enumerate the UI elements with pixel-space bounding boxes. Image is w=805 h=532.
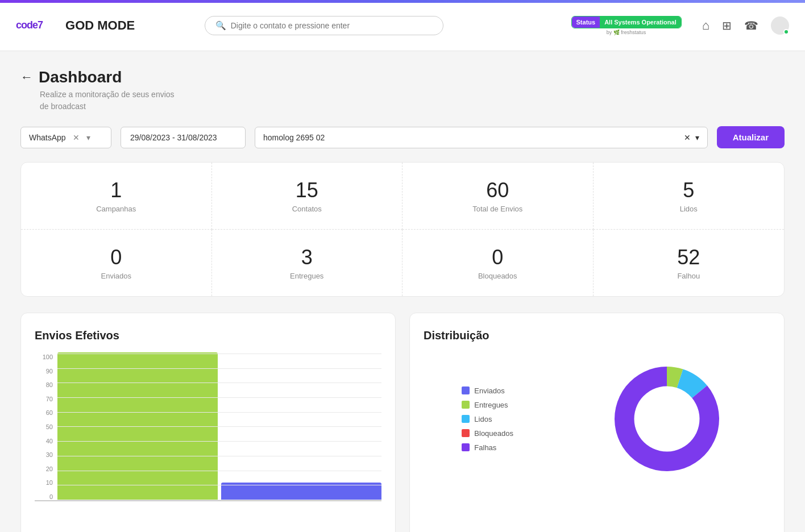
stat-value: 0 bbox=[414, 246, 582, 269]
status-label: Status bbox=[572, 16, 600, 28]
godmode-title: GOD MODE bbox=[65, 18, 135, 33]
donut-legend-dot bbox=[462, 443, 470, 451]
freshstatus-label: by 🌿 freshstatus bbox=[607, 30, 646, 35]
search-icon: 🔍 bbox=[215, 20, 226, 31]
stat-cell-bloqueados: 0Bloqueados bbox=[402, 230, 594, 296]
y-axis: 1009080706050403020100 bbox=[35, 354, 56, 500]
topbar: code7 GOD MODE 🔍 Status All Systems Oper… bbox=[0, 0, 805, 51]
donut-legend-label: Enviados bbox=[474, 386, 504, 395]
donut-legend-label: Falhas bbox=[474, 443, 496, 452]
donut-chart-title: Distribuição bbox=[424, 329, 770, 342]
search-bar[interactable]: 🔍 bbox=[205, 16, 443, 35]
y-axis-label: 70 bbox=[46, 396, 53, 402]
donut-center bbox=[635, 388, 698, 450]
stat-cell-total-de-envios: 60Total de Envios bbox=[402, 163, 594, 230]
layout-icon[interactable]: ⊞ bbox=[722, 19, 732, 32]
y-axis-label: 50 bbox=[46, 423, 53, 430]
donut-area: EnviadosEntreguesLidosBloqueadosFalhas bbox=[424, 354, 770, 484]
stat-label: Lidos bbox=[605, 205, 773, 213]
donut-legend-label: Bloqueados bbox=[474, 429, 513, 438]
channel-clear-button[interactable]: ✕ bbox=[73, 133, 80, 142]
stat-label: Enviados bbox=[32, 272, 200, 280]
avatar[interactable] bbox=[771, 16, 789, 35]
topbar-accent bbox=[0, 0, 805, 3]
y-axis-label: 10 bbox=[46, 479, 53, 486]
stat-label: Campanhas bbox=[32, 205, 200, 213]
stat-cell-contatos: 15Contatos bbox=[212, 163, 403, 230]
stat-value: 60 bbox=[414, 178, 582, 202]
y-axis-label: 30 bbox=[46, 451, 53, 458]
charts-row: Envios Efetivos 1009080706050403020100 %… bbox=[20, 313, 785, 532]
phone-icon[interactable]: ☎ bbox=[744, 19, 758, 32]
donut-legend-dot bbox=[462, 415, 470, 423]
stat-value: 5 bbox=[605, 178, 773, 202]
page-subtitle: Realize a monitoração de seus envios de … bbox=[40, 89, 785, 113]
y-axis-label: 60 bbox=[46, 409, 53, 416]
stat-label: Bloqueados bbox=[414, 272, 582, 280]
donut-legend: EnviadosEntreguesLidosBloqueadosFalhas bbox=[462, 386, 513, 452]
home-icon[interactable]: ⌂ bbox=[702, 18, 709, 33]
y-axis-label: 0 bbox=[49, 493, 53, 500]
back-button[interactable]: ← bbox=[20, 70, 33, 85]
donut-svg bbox=[601, 354, 732, 484]
donut-legend-dot bbox=[462, 429, 470, 437]
bar-chart-container: 1009080706050403020100 bbox=[35, 354, 381, 524]
stat-value: 15 bbox=[223, 178, 391, 202]
stat-label: Total de Envios bbox=[414, 205, 582, 213]
stat-cell-lidos: 5Lidos bbox=[594, 163, 785, 230]
stats-card: 1Campanhas15Contatos60Total de Envios5Li… bbox=[20, 162, 785, 297]
channel-filter-label: WhatsApp bbox=[29, 133, 66, 142]
date-range-filter[interactable]: 29/08/2023 - 31/08/2023 bbox=[121, 127, 246, 148]
page-title: Dashboard bbox=[39, 68, 122, 86]
y-axis-label: 20 bbox=[46, 466, 53, 472]
breadcrumb-row: ← Dashboard bbox=[20, 68, 785, 86]
logo: code7 bbox=[16, 19, 43, 31]
y-axis-label: 90 bbox=[46, 368, 53, 375]
donut-legend-item: Entregues bbox=[462, 401, 513, 409]
channel-filter[interactable]: WhatsApp ✕ ▾ bbox=[20, 127, 111, 148]
stat-value: 3 bbox=[223, 246, 391, 269]
campaign-filter[interactable]: homolog 2695 02 ✕ ▾ bbox=[255, 127, 708, 148]
date-range-label: 29/08/2023 - 31/08/2023 bbox=[130, 133, 217, 142]
stat-cell-campanhas: 1Campanhas bbox=[21, 163, 212, 230]
main-content: ← Dashboard Realize a monitoração de seu… bbox=[0, 51, 805, 532]
campaign-chevron-icon: ▾ bbox=[695, 133, 699, 142]
bar-chart-inner: 1009080706050403020100 bbox=[35, 354, 381, 501]
bar-chart-card: Envios Efetivos 1009080706050403020100 %… bbox=[20, 313, 396, 532]
donut-legend-item: Bloqueados bbox=[462, 429, 513, 438]
donut-legend-item: Falhas bbox=[462, 443, 513, 452]
stat-label: Entregues bbox=[223, 272, 391, 280]
bar-green bbox=[57, 352, 218, 500]
update-button[interactable]: Atualizar bbox=[717, 126, 785, 148]
stat-label: Contatos bbox=[223, 205, 391, 213]
topbar-icons: ⌂ ⊞ ☎ bbox=[702, 16, 789, 35]
online-indicator bbox=[783, 29, 789, 35]
search-input[interactable] bbox=[231, 21, 433, 30]
donut-legend-dot bbox=[462, 401, 470, 409]
campaign-filter-label: homolog 2695 02 bbox=[263, 133, 325, 142]
stat-cell-enviados: 0Enviados bbox=[21, 230, 212, 296]
stat-cell-falhou: 52Falhou bbox=[594, 230, 785, 296]
y-axis-label: 80 bbox=[46, 381, 53, 388]
stat-value: 52 bbox=[605, 246, 773, 269]
y-axis-label: 40 bbox=[46, 438, 53, 444]
donut-chart-card: Distribuição EnviadosEntreguesLidosBloqu… bbox=[409, 313, 785, 532]
campaign-clear-button[interactable]: ✕ bbox=[684, 133, 691, 142]
stat-label: Falhou bbox=[605, 272, 773, 280]
stat-value: 1 bbox=[32, 178, 200, 202]
stat-cell-entregues: 3Entregues bbox=[212, 230, 403, 296]
donut-legend-label: Lidos bbox=[474, 415, 492, 423]
y-axis-label: 100 bbox=[43, 354, 53, 360]
channel-chevron-icon: ▾ bbox=[86, 133, 90, 142]
bar-blue bbox=[221, 483, 381, 500]
bar-group bbox=[57, 352, 381, 500]
donut-legend-item: Enviados bbox=[462, 386, 513, 395]
donut-legend-item: Lidos bbox=[462, 415, 513, 423]
donut-legend-dot bbox=[462, 386, 470, 394]
status-value: All Systems Operational bbox=[600, 16, 681, 28]
stat-value: 0 bbox=[32, 246, 200, 269]
donut-legend-label: Entregues bbox=[474, 401, 508, 409]
status-badge: Status All Systems Operational bbox=[571, 16, 682, 28]
filter-row: WhatsApp ✕ ▾ 29/08/2023 - 31/08/2023 hom… bbox=[20, 126, 785, 148]
bar-chart-title: Envios Efetivos bbox=[35, 329, 381, 342]
